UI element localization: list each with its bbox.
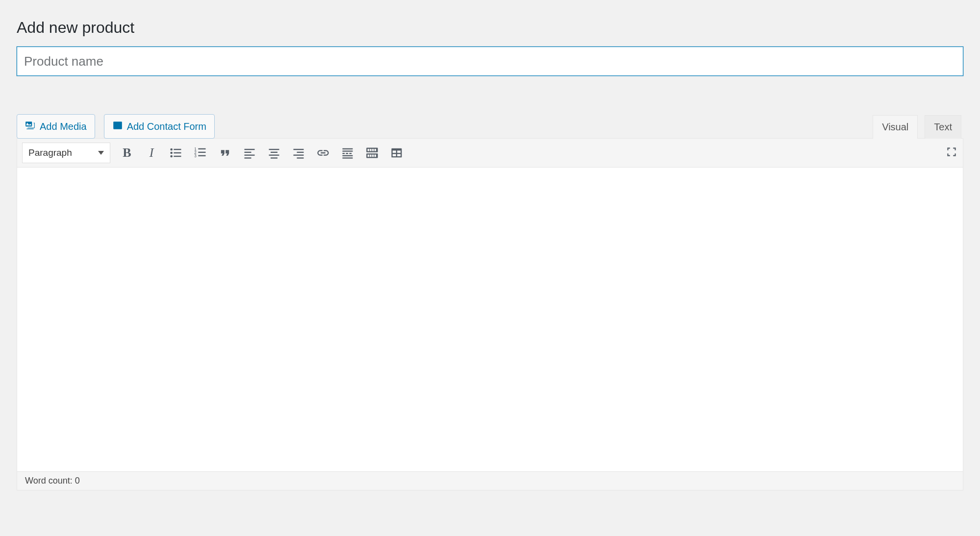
- svg-rect-19: [245, 157, 251, 158]
- svg-rect-39: [375, 149, 377, 151]
- svg-rect-17: [245, 152, 251, 153]
- page-title: Add new product: [17, 19, 963, 37]
- svg-rect-18: [245, 155, 255, 156]
- svg-rect-34: [343, 157, 353, 158]
- align-right-button[interactable]: [291, 145, 306, 161]
- svg-rect-22: [269, 155, 279, 156]
- svg-rect-16: [245, 149, 255, 150]
- svg-point-4: [170, 148, 173, 151]
- svg-rect-23: [271, 157, 277, 158]
- tab-visual[interactable]: Visual: [873, 115, 918, 139]
- editor-container: Paragraph B I 123: [17, 138, 963, 490]
- svg-rect-37: [370, 149, 372, 151]
- svg-rect-42: [370, 155, 372, 157]
- svg-text:3: 3: [194, 154, 197, 158]
- svg-rect-32: [350, 153, 352, 154]
- bulleted-list-button[interactable]: [168, 145, 184, 161]
- word-count-label: Word count:: [25, 476, 75, 486]
- status-bar: Word count: 0: [17, 471, 963, 490]
- toolbar-toggle-button[interactable]: [364, 145, 380, 161]
- svg-rect-3: [114, 127, 121, 128]
- format-select-label: Paragraph: [28, 147, 72, 158]
- blockquote-button[interactable]: [217, 145, 233, 161]
- form-icon: [112, 120, 123, 133]
- svg-rect-36: [368, 149, 370, 151]
- svg-rect-20: [269, 149, 279, 150]
- svg-rect-28: [343, 148, 353, 149]
- align-center-button[interactable]: [266, 145, 282, 161]
- svg-rect-48: [393, 154, 396, 156]
- product-name-input[interactable]: [17, 47, 963, 76]
- editor-tabs: Visual Text: [873, 115, 963, 139]
- svg-rect-2: [114, 125, 121, 126]
- svg-rect-7: [174, 152, 181, 153]
- fullscreen-button[interactable]: [945, 146, 958, 160]
- spacer: [17, 76, 963, 114]
- svg-rect-27: [297, 157, 304, 158]
- svg-point-8: [170, 155, 173, 158]
- bold-button[interactable]: B: [119, 145, 135, 161]
- editor-body[interactable]: [17, 168, 963, 471]
- svg-rect-49: [397, 154, 401, 156]
- add-media-button[interactable]: Add Media: [17, 114, 95, 139]
- link-button[interactable]: [315, 145, 331, 161]
- media-buttons: Add Media Add Contact Form: [17, 114, 215, 139]
- media-and-tabs-row: Add Media Add Contact Form Visual Text: [17, 114, 963, 139]
- editor-toolbar: Paragraph B I 123: [17, 139, 963, 168]
- svg-rect-15: [198, 155, 205, 156]
- svg-point-6: [170, 152, 173, 154]
- svg-rect-5: [174, 149, 181, 150]
- svg-rect-26: [294, 155, 304, 156]
- numbered-list-button[interactable]: 123: [193, 145, 208, 161]
- svg-rect-44: [375, 155, 377, 157]
- add-contact-form-button[interactable]: Add Contact Form: [104, 114, 215, 139]
- svg-rect-33: [343, 155, 353, 156]
- chevron-down-icon: [98, 151, 104, 155]
- svg-rect-13: [198, 152, 205, 153]
- svg-rect-1: [114, 123, 118, 124]
- read-more-button[interactable]: [340, 145, 355, 161]
- svg-rect-29: [343, 150, 353, 151]
- svg-rect-9: [174, 156, 181, 157]
- svg-rect-43: [372, 155, 374, 157]
- svg-rect-41: [368, 155, 370, 157]
- format-select[interactable]: Paragraph: [22, 143, 110, 163]
- media-icon: [25, 120, 36, 133]
- svg-rect-11: [198, 148, 205, 149]
- svg-rect-46: [393, 150, 396, 153]
- svg-rect-38: [372, 149, 374, 151]
- tab-text[interactable]: Text: [925, 115, 961, 139]
- italic-button[interactable]: I: [144, 145, 159, 161]
- svg-rect-47: [397, 150, 401, 153]
- add-media-label: Add Media: [40, 121, 87, 132]
- svg-rect-25: [297, 152, 304, 153]
- table-button[interactable]: [389, 145, 404, 161]
- toolbar-buttons: B I 123: [119, 145, 404, 161]
- svg-rect-21: [271, 152, 277, 153]
- add-contact-form-label: Add Contact Form: [127, 121, 206, 132]
- svg-rect-24: [294, 149, 304, 150]
- svg-rect-30: [343, 153, 345, 154]
- svg-rect-31: [346, 153, 349, 154]
- align-left-button[interactable]: [242, 145, 257, 161]
- word-count-value: 0: [75, 476, 80, 486]
